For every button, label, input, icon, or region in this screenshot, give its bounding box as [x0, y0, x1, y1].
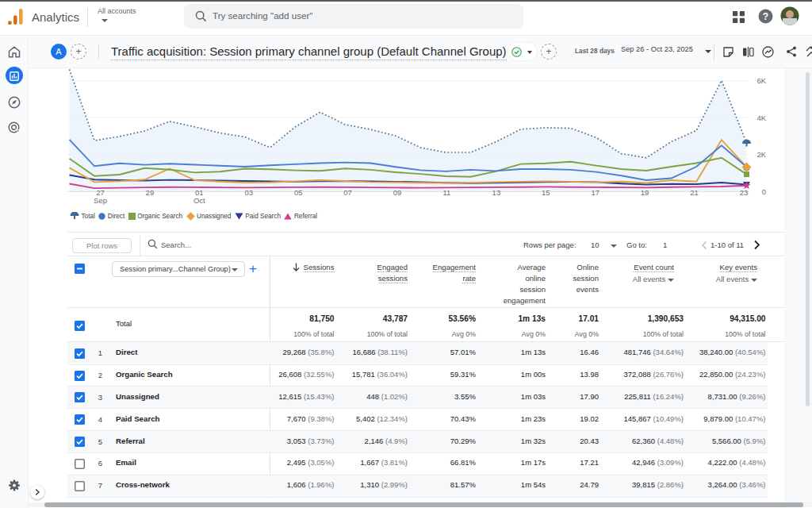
svg-text:19: 19: [641, 188, 649, 197]
svg-text:17: 17: [591, 188, 599, 197]
svg-text:Oct: Oct: [193, 196, 205, 205]
svg-text:27: 27: [96, 188, 105, 197]
svg-text:?: ?: [763, 11, 768, 22]
svg-text:Sep: Sep: [94, 196, 107, 205]
svg-text:07: 07: [343, 188, 352, 197]
svg-text:29: 29: [146, 188, 155, 197]
svg-text:4K: 4K: [756, 114, 766, 122]
svg-text:2K: 2K: [756, 150, 766, 159]
svg-text:01: 01: [195, 188, 204, 197]
svg-text:03: 03: [245, 188, 254, 197]
svg-text:0: 0: [762, 187, 766, 196]
svg-text:09: 09: [393, 188, 402, 197]
svg-text:05: 05: [294, 188, 303, 197]
svg-text:15: 15: [542, 188, 550, 197]
svg-text:11: 11: [442, 188, 450, 197]
svg-text:23: 23: [740, 188, 749, 197]
svg-text:6K: 6K: [756, 76, 766, 85]
svg-text:21: 21: [690, 188, 699, 197]
svg-text:13: 13: [492, 188, 501, 197]
